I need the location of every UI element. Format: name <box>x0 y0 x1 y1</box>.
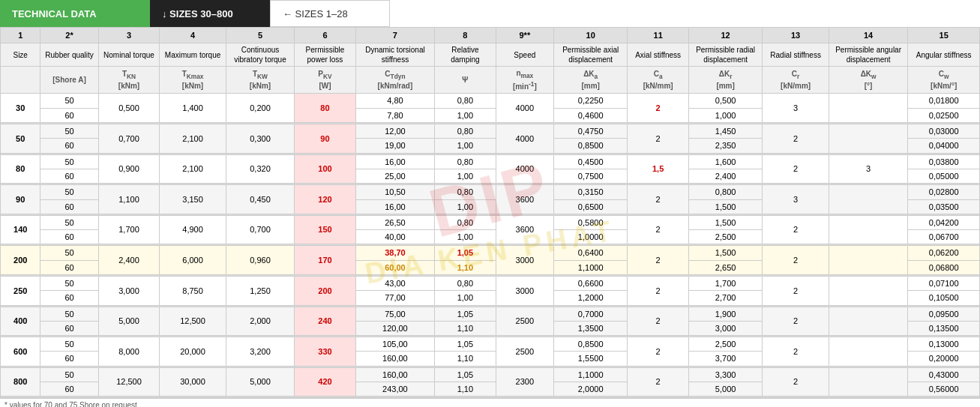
cell-delta-ka: 1,5500 <box>553 352 627 366</box>
col-num-2: 2* <box>40 28 98 43</box>
cell-tkmax: 8,750 <box>160 277 226 306</box>
cell-tkn: 5,000 <box>98 307 160 336</box>
cell-shore: 60 <box>40 291 98 305</box>
cell-pkv: 240 <box>295 307 356 336</box>
table-row: 80500,9002,1000,32010016,000,8040000,450… <box>1 154 980 169</box>
cell-shore: 50 <box>40 94 98 108</box>
unit-ca: Ca[kN/mm] <box>628 67 689 94</box>
cell-shore: 60 <box>40 352 98 366</box>
cell-cr: 3 <box>763 185 829 214</box>
cell-delta-kr: 3,300 <box>688 367 762 382</box>
cell-delta-kw <box>829 185 907 214</box>
col-num-9: 9** <box>496 28 553 43</box>
cell-ctdyn: 77,00 <box>355 291 434 305</box>
cell-cw: 0,07100 <box>908 277 980 291</box>
cell-psi: 1,00 <box>435 139 496 153</box>
cell-ctdyn: 160,00 <box>355 352 434 366</box>
cell-pkv: 120 <box>295 185 356 214</box>
unit-size <box>1 67 40 94</box>
cell-psi: 1,00 <box>435 169 496 183</box>
cell-tkw: 0,300 <box>226 124 294 154</box>
cell-delta-ka: 0,7500 <box>553 169 627 183</box>
cell-ctdyn: 16,00 <box>355 154 434 169</box>
cell-ctdyn: 4,80 <box>355 94 434 108</box>
cell-nmax: 2500 <box>496 337 553 367</box>
cell-size: 50 <box>1 124 40 154</box>
cell-shore: 60 <box>40 108 98 122</box>
cell-cw: 0,10500 <box>908 291 980 305</box>
cell-pkv: 100 <box>295 154 356 184</box>
cell-nmax: 2300 <box>496 367 553 397</box>
col-num-3: 3 <box>98 28 160 43</box>
cell-nmax: 4000 <box>496 94 553 123</box>
cell-delta-kw <box>829 215 907 244</box>
cell-cr: 2 <box>763 277 829 306</box>
table-row: 90501,1003,1500,45012010,500,8036000,315… <box>1 185 980 199</box>
cell-ca: 2 <box>628 124 689 154</box>
hdr-max: Maximum torque <box>160 43 226 67</box>
cell-tkw: 0,960 <box>226 246 294 275</box>
cell-delta-kr: 1,000 <box>688 108 762 122</box>
cell-pkv: 330 <box>295 337 356 367</box>
unit-delta-ka: ΔKa[mm] <box>553 67 627 94</box>
cell-shore: 60 <box>40 321 98 335</box>
technical-data-label: TECHNICAL DATA <box>12 8 97 19</box>
cell-tkmax: 12,500 <box>160 307 226 336</box>
sizes-1-label: ← SIZES 1–28 <box>283 8 348 19</box>
cell-psi: 1,00 <box>435 108 496 122</box>
cell-ctdyn: 43,00 <box>355 277 434 291</box>
cell-delta-ka: 1,1000 <box>553 260 627 274</box>
technical-data-button[interactable]: TECHNICAL DATA <box>0 0 150 27</box>
cell-tkmax: 20,000 <box>160 337 226 367</box>
table-row: 200502,4006,0000,96017038,701,0530000,64… <box>1 246 980 260</box>
cell-cr: 2 <box>763 307 829 336</box>
cell-ctdyn: 26,50 <box>355 215 434 229</box>
hdr-damping: Relative damping <box>435 43 496 67</box>
cell-delta-kr: 2,400 <box>688 169 762 183</box>
cell-cr: 2 <box>763 246 829 275</box>
cell-nmax: 3600 <box>496 215 553 244</box>
cell-tkn: 0,700 <box>98 124 160 154</box>
table-row: 600508,00020,0003,200330105,001,0525000,… <box>1 337 980 352</box>
cell-pkv: 420 <box>295 367 356 397</box>
cell-ca: 2 <box>628 246 689 275</box>
unit-delta-kw: ΔKw[°] <box>829 67 907 94</box>
sizes-30-button[interactable]: ↓ SIZES 30–800 <box>150 0 270 27</box>
sizes-1-button[interactable]: ← SIZES 1–28 <box>270 0 390 27</box>
hdr-radial-stiff: Radial stiffness <box>763 43 829 67</box>
top-bar: TECHNICAL DATA ↓ SIZES 30–800 ← SIZES 1–… <box>0 0 980 27</box>
cell-tkw: 2,000 <box>226 307 294 336</box>
cell-cw: 0,04000 <box>908 139 980 153</box>
cell-ctdyn: 12,00 <box>355 124 434 139</box>
cell-pkv: 150 <box>295 215 356 244</box>
table-row: 8005012,50030,0005,000420160,001,0523001… <box>1 367 980 382</box>
cell-delta-ka: 0,7000 <box>553 307 627 321</box>
cell-ctdyn: 243,00 <box>355 382 434 397</box>
cell-cr: 2 <box>763 124 829 154</box>
cell-psi: 1,10 <box>435 352 496 366</box>
cell-psi: 0,80 <box>435 94 496 108</box>
cell-cw: 0,02500 <box>908 108 980 122</box>
cell-nmax: 3000 <box>496 277 553 306</box>
table-row: 400505,00012,5002,00024075,001,0525000,7… <box>1 307 980 321</box>
cell-tkn: 0,500 <box>98 94 160 123</box>
hdr-angular-stiff: Angular stiffness <box>908 43 980 67</box>
unit-pkv: PKV[W] <box>295 67 356 94</box>
cell-tkw: 5,000 <box>226 367 294 397</box>
unit-tkn: TKN[kNm] <box>98 67 160 94</box>
cell-shore: 50 <box>40 277 98 291</box>
cell-shore: 50 <box>40 367 98 382</box>
cell-delta-kr: 3,700 <box>688 352 762 366</box>
cell-delta-kw <box>829 246 907 275</box>
hdr-dynamic: Dynamic torsional stiffness <box>355 43 434 67</box>
cell-delta-ka: 0,6400 <box>553 246 627 260</box>
cell-cw: 0,03800 <box>908 154 980 169</box>
cell-delta-ka: 1,2000 <box>553 291 627 305</box>
col-num-5: 5 <box>226 28 294 43</box>
cell-ca: 2 <box>628 94 689 123</box>
cell-pkv: 90 <box>295 124 356 154</box>
cell-delta-kr: 2,350 <box>688 139 762 153</box>
cell-tkw: 0,320 <box>226 154 294 184</box>
cell-delta-ka: 0,6500 <box>553 199 627 214</box>
cell-tkn: 1,100 <box>98 185 160 214</box>
